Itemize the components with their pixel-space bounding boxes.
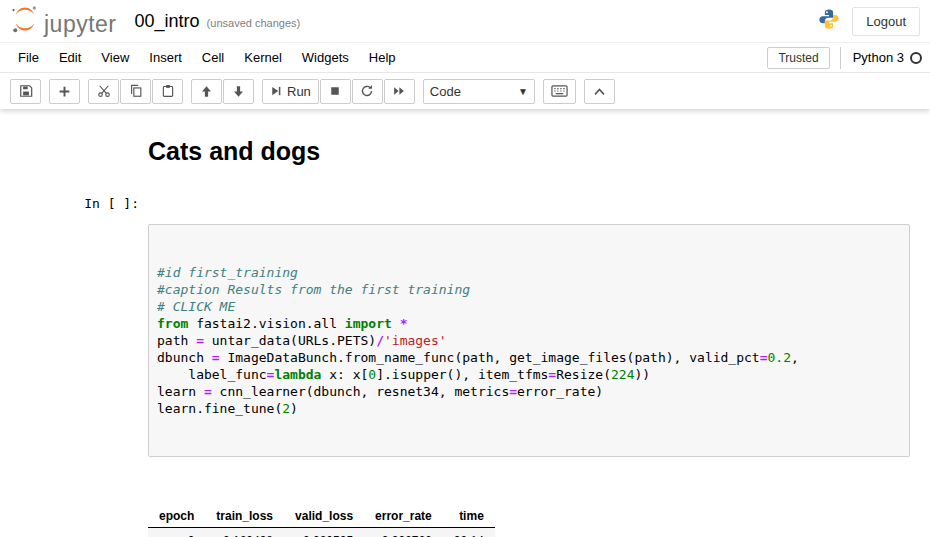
- output-cell: epochtrain_lossvalid_losserror_ratetime0…: [58, 495, 910, 537]
- paste-cells-button[interactable]: [152, 79, 183, 104]
- stop-icon: [329, 85, 341, 97]
- code-content: #id first_training#caption Results from …: [157, 264, 901, 417]
- jupyter-logo[interactable]: jupyter: [10, 4, 117, 38]
- refresh-icon: [360, 84, 374, 98]
- restart-kernel-button[interactable]: [352, 79, 383, 104]
- autosave-status: (unsaved changes): [207, 13, 301, 29]
- fast-forward-icon: [392, 85, 406, 97]
- move-down-icon: [232, 85, 245, 98]
- markdown-heading: Cats and dogs: [148, 137, 910, 166]
- cell-type-dropdown[interactable]: Code ▼: [423, 79, 535, 104]
- input-prompt: In [ ]:: [58, 190, 148, 491]
- save-icon: [19, 84, 33, 98]
- trusted-badge: Trusted: [767, 47, 829, 69]
- copy-icon: [129, 84, 143, 98]
- keyboard-icon: [551, 84, 568, 98]
- step-forward-icon: [270, 85, 282, 97]
- notebook-header: jupyter 00_intro (unsaved changes) Logou…: [0, 0, 930, 42]
- move-cells-up-button[interactable]: [191, 79, 222, 104]
- output-prompt: [58, 495, 148, 537]
- copy-cells-button[interactable]: [120, 79, 151, 104]
- notebook-area: Cats and dogs In [ ]: #id first_training…: [0, 109, 930, 537]
- menu-view[interactable]: View: [91, 45, 139, 70]
- code-cell[interactable]: In [ ]: #id first_training#caption Resul…: [58, 190, 910, 491]
- dropdown-caret-icon: ▼: [518, 86, 528, 97]
- cut-icon: [97, 84, 111, 98]
- menu-file[interactable]: File: [8, 45, 49, 70]
- app-chrome: jupyter 00_intro (unsaved changes) Logou…: [0, 0, 930, 109]
- menu-widgets[interactable]: Widgets: [292, 45, 359, 70]
- paste-icon: [161, 84, 175, 98]
- menu-bar: File Edit View Insert Cell Kernel Widget…: [0, 42, 930, 73]
- run-button[interactable]: Run: [262, 79, 319, 104]
- kernel-indicator: Python 3: [840, 47, 922, 69]
- markdown-prompt: [58, 129, 148, 186]
- kernel-idle-icon: [910, 52, 922, 64]
- insert-cell-below-button[interactable]: [49, 79, 80, 104]
- restart-run-all-button[interactable]: [384, 79, 415, 104]
- kernel-name: Python 3: [853, 50, 904, 65]
- jupyter-logo-icon: [10, 4, 40, 38]
- jupyter-logo-text: jupyter: [44, 13, 117, 38]
- run-button-label: Run: [287, 84, 311, 99]
- toolbar: Run Code ▼: [0, 73, 930, 109]
- menu-help[interactable]: Help: [359, 45, 406, 70]
- menu-kernel[interactable]: Kernel: [234, 45, 292, 70]
- cut-cells-button[interactable]: [88, 79, 119, 104]
- collapse-header-button[interactable]: [584, 79, 615, 104]
- interrupt-kernel-button[interactable]: [320, 79, 351, 104]
- training-results-table-1: epochtrain_lossvalid_losserror_ratetime0…: [148, 505, 910, 537]
- add-cell-icon: [58, 85, 71, 98]
- cell-type-selected: Code: [430, 84, 461, 99]
- chevron-up-icon: [593, 86, 606, 97]
- code-editor[interactable]: #id first_training#caption Results from …: [148, 224, 910, 457]
- python-logo: [818, 8, 840, 34]
- move-cells-down-button[interactable]: [223, 79, 254, 104]
- markdown-cell[interactable]: Cats and dogs: [58, 129, 910, 186]
- command-palette-button[interactable]: [543, 79, 576, 104]
- menu-insert[interactable]: Insert: [139, 45, 192, 70]
- move-up-icon: [200, 85, 213, 98]
- save-notebook-button[interactable]: [10, 79, 41, 104]
- menu-edit[interactable]: Edit: [49, 45, 91, 70]
- logout-button[interactable]: Logout: [852, 7, 920, 36]
- notebook-title[interactable]: 00_intro: [135, 11, 200, 32]
- menu-cell[interactable]: Cell: [192, 45, 234, 70]
